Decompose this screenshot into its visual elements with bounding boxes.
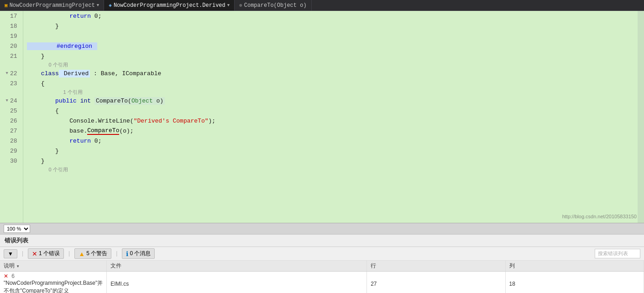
editor-area[interactable]: 17 18 19 20 21 ▼22 23 ▼24 25 26 27 28 29… — [0, 11, 644, 223]
code-lines[interactable]: return 0; } #endregion } 0 个引用 — [23, 11, 644, 223]
tab-label-1: NowCoderProgrammingProject — [10, 2, 95, 9]
filter-dropdown-icon: ▼ — [8, 251, 13, 257]
code-line-20: #endregion — [23, 41, 644, 51]
error-count-label: 1 个错误 — [39, 250, 60, 257]
separator-1: | — [21, 251, 24, 257]
tab-derived[interactable]: ◈ NowCoderProgrammingProject.Derived ▼ — [104, 0, 235, 10]
warning-count-btn[interactable]: ▲ 5 个警告 — [74, 248, 111, 259]
title-bar: ▣ NowCoderProgrammingProject ▼ ◈ NowCode… — [0, 0, 644, 11]
code-line-18: } — [23, 21, 644, 31]
info-count-btn[interactable]: ℹ 0 个消息 — [122, 248, 155, 259]
tab-label-2: NowCoderProgrammingProject.Derived — [114, 2, 225, 9]
info-icon: ℹ — [126, 250, 128, 257]
error-panel-title: 错误列表 — [0, 235, 644, 247]
cell-line: 27 — [367, 272, 505, 293]
ref-line-3: 0 个引用 — [23, 166, 644, 173]
error-panel: 错误列表 ▼ | ✕ 1 个错误 | ▲ 5 个警告 | ℹ 0 个消息 搜索错… — [0, 234, 644, 293]
col-header-column[interactable]: 列 — [505, 261, 644, 272]
ref-line-2: 1 个引用 — [23, 88, 644, 96]
search-placeholder: 搜索错误列表 — [598, 250, 628, 257]
bottom-toolbar: 100 % 75 % 125 % 150 % — [0, 223, 644, 234]
col-header-file[interactable]: 文件 — [107, 261, 367, 272]
zoom-select[interactable]: 100 % 75 % 125 % 150 % — [4, 225, 30, 233]
info-count-label: 0 个消息 — [130, 250, 151, 257]
code-line-28: return 0; — [23, 136, 644, 146]
error-count-btn[interactable]: ✕ 1 个错误 — [28, 248, 64, 259]
code-line-29: } — [23, 146, 644, 156]
tab-dropdown-2[interactable]: ▼ — [227, 3, 230, 8]
code-line-24: public int CompareTo(Object o) — [23, 96, 644, 106]
code-line-26: Console.WriteLine("Derived's CompareTo")… — [23, 116, 644, 126]
warning-count-label: 5 个警告 — [86, 250, 107, 257]
code-line-30: } — [23, 156, 644, 166]
tab-dropdown-1[interactable]: ▼ — [97, 3, 99, 8]
table-header-row: 说明 ▼ 文件 行 列 — [0, 261, 644, 272]
code-line-17: return 0; — [23, 11, 644, 21]
code-line-25: { — [23, 106, 644, 116]
code-line-19 — [23, 31, 644, 41]
separator-3: | — [115, 251, 118, 257]
watermark: http://blog.csdn.net/20105833150 — [562, 214, 637, 219]
sort-icon-desc: ▼ — [16, 264, 20, 268]
row-error-icon: ✕ — [4, 273, 8, 279]
cell-file: EIMI.cs — [107, 272, 367, 293]
window-icon: ▣ — [5, 2, 8, 8]
tab-nowcoder[interactable]: ▣ NowCoderProgrammingProject ▼ — [0, 0, 104, 10]
tab-compareto[interactable]: ⊛ CompareTo(Object o) — [235, 0, 311, 10]
col-header-description[interactable]: 说明 ▼ — [0, 261, 107, 272]
ref-line-1: 0 个引用 — [23, 61, 644, 68]
scroll-indicator[interactable] — [638, 11, 644, 223]
cell-column: 18 — [505, 272, 644, 293]
cell-description: ✕ 6 "NowCoderProgrammingProject.Base"并不包… — [0, 272, 107, 293]
separator-2: | — [68, 251, 71, 257]
table-row[interactable]: ✕ 6 "NowCoderProgrammingProject.Base"并不包… — [0, 272, 644, 293]
warning-icon: ▲ — [79, 250, 85, 257]
code-line-23: { — [23, 78, 644, 88]
class-icon: ◈ — [109, 2, 112, 8]
line-numbers: 17 18 19 20 21 ▼22 23 ▼24 25 26 27 28 29… — [0, 11, 23, 223]
method-icon: ⊛ — [239, 2, 242, 8]
tab-label-3: CompareTo(Object o) — [244, 2, 307, 9]
error-table: 说明 ▼ 文件 行 列 ✕ 6 "NowCoderProgramm — [0, 261, 644, 293]
code-line-27: base.CompareTo(o); — [23, 126, 644, 136]
error-toolbar: ▼ | ✕ 1 个错误 | ▲ 5 个警告 | ℹ 0 个消息 搜索错误列表 — [0, 247, 644, 261]
col-header-line[interactable]: 行 — [367, 261, 505, 272]
error-icon: ✕ — [32, 250, 37, 257]
error-description: "NowCoderProgrammingProject.Base"并不包含"Co… — [4, 280, 103, 293]
search-box[interactable]: 搜索错误列表 — [595, 249, 640, 258]
code-line-21: } — [23, 51, 644, 61]
code-line-22: class Derived : Base, IComparable — [23, 68, 644, 78]
filter-arrow-btn[interactable]: ▼ — [4, 249, 17, 258]
